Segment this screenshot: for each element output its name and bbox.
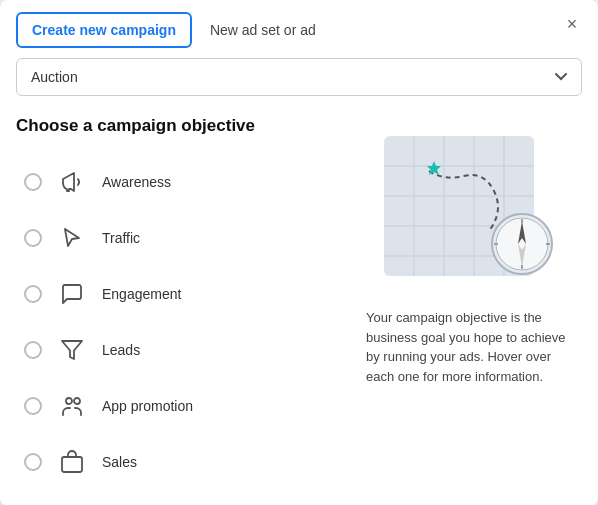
objective-item-app-promotion[interactable]: App promotion xyxy=(16,378,342,434)
label-app-promotion: App promotion xyxy=(102,398,193,414)
campaign-illustration xyxy=(374,116,574,296)
radio-engagement[interactable] xyxy=(24,285,42,303)
cursor-icon xyxy=(54,220,90,256)
svg-rect-3 xyxy=(62,457,82,472)
close-button[interactable]: × xyxy=(558,10,586,38)
megaphone-icon xyxy=(54,164,90,200)
objective-item-traffic[interactable]: Traffic xyxy=(16,210,342,266)
modal-body: Choose a campaign objective Awareness xyxy=(0,106,598,505)
chat-icon xyxy=(54,276,90,312)
label-sales: Sales xyxy=(102,454,137,470)
svg-marker-0 xyxy=(62,341,82,359)
buying-type-select[interactable]: Auction Reach and Frequency xyxy=(16,58,582,96)
left-panel: Choose a campaign objective Awareness xyxy=(0,116,358,490)
create-campaign-modal: Create new campaign New ad set or ad × A… xyxy=(0,0,598,505)
objective-item-leads[interactable]: Leads xyxy=(16,322,342,378)
svg-point-1 xyxy=(66,398,72,404)
people-icon xyxy=(54,388,90,424)
radio-awareness[interactable] xyxy=(24,173,42,191)
tab-new-ad-set[interactable]: New ad set or ad xyxy=(196,14,330,46)
label-awareness: Awareness xyxy=(102,174,171,190)
objective-item-awareness[interactable]: Awareness xyxy=(16,154,342,210)
right-panel: Your campaign objective is the business … xyxy=(358,116,598,490)
label-traffic: Traffic xyxy=(102,230,140,246)
label-engagement: Engagement xyxy=(102,286,181,302)
filter-icon xyxy=(54,332,90,368)
svg-point-2 xyxy=(74,398,80,404)
description-text: Your campaign objective is the business … xyxy=(366,308,582,386)
bag-icon xyxy=(54,444,90,480)
radio-traffic[interactable] xyxy=(24,229,42,247)
section-title: Choose a campaign objective xyxy=(16,116,342,136)
radio-app-promotion[interactable] xyxy=(24,397,42,415)
radio-leads[interactable] xyxy=(24,341,42,359)
objective-item-sales[interactable]: Sales xyxy=(16,434,342,490)
modal-header: Create new campaign New ad set or ad × xyxy=(0,0,598,48)
objective-item-engagement[interactable]: Engagement xyxy=(16,266,342,322)
dropdown-row: Auction Reach and Frequency xyxy=(0,48,598,106)
radio-sales[interactable] xyxy=(24,453,42,471)
label-leads: Leads xyxy=(102,342,140,358)
tab-create-campaign[interactable]: Create new campaign xyxy=(16,12,192,48)
